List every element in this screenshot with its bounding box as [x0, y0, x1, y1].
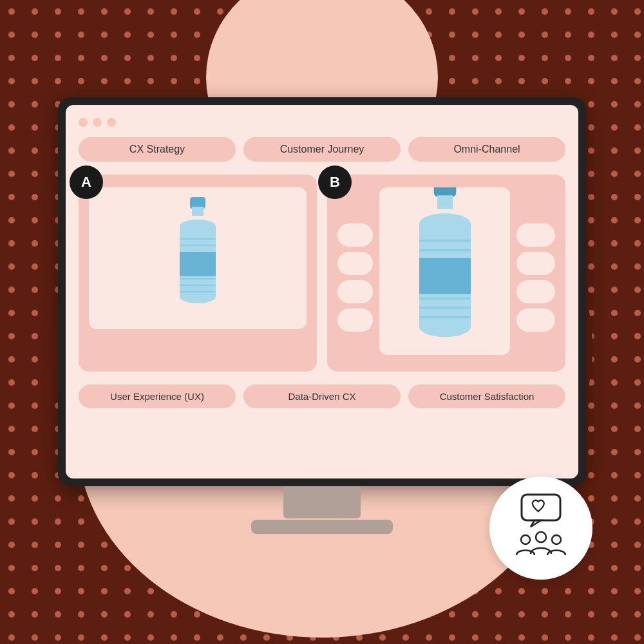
tab-user-experience[interactable]: User Experience (UX)	[79, 384, 236, 408]
tab-customer-journey[interactable]: Customer Journey	[243, 137, 401, 162]
card-b-right-pill-1	[516, 223, 555, 247]
satisfaction-icon	[502, 489, 580, 567]
monitor-stand	[283, 486, 361, 518]
svg-rect-10	[180, 252, 216, 276]
product-card-b: B	[327, 175, 565, 372]
card-b-right-pill-3	[516, 280, 555, 303]
svg-point-29	[521, 535, 530, 544]
product-image-b	[379, 187, 510, 355]
card-a-pill-3	[238, 338, 307, 361]
svg-rect-27	[522, 495, 560, 520]
card-a-pill-1	[89, 338, 158, 361]
monitor-screen: CX Strategy Customer Journey Omni-Channe…	[66, 105, 578, 478]
tab-customer-satisfaction[interactable]: Customer Satisfaction	[408, 384, 565, 408]
monitor: CX Strategy Customer Journey Omni-Channe…	[58, 97, 586, 486]
card-b-side-pill-3	[337, 280, 373, 303]
product-card-a: A	[79, 175, 317, 372]
window-dot-2	[93, 118, 102, 127]
tab-cx-strategy[interactable]: CX Strategy	[79, 137, 236, 162]
product-image-a	[89, 187, 307, 329]
window-dot-3	[107, 118, 116, 127]
svg-point-28	[536, 532, 546, 542]
tab-omni-channel[interactable]: Omni-Channel	[408, 137, 565, 162]
window-dot-1	[79, 118, 88, 127]
card-b-side-pill-1	[337, 223, 373, 247]
bottle-a-icon	[169, 194, 227, 323]
badge-b: B	[318, 166, 352, 199]
top-nav-tabs: CX Strategy Customer Journey Omni-Channe…	[79, 137, 565, 162]
card-b-side-pill-4	[337, 308, 373, 332]
badge-a: A	[70, 166, 103, 199]
window-chrome	[79, 118, 565, 127]
svg-point-20	[419, 317, 471, 337]
bottle-b-icon	[406, 187, 484, 355]
monitor-base	[251, 520, 393, 534]
svg-rect-21	[419, 258, 471, 294]
card-b-side-pill-2	[337, 252, 373, 275]
svg-point-30	[552, 535, 561, 544]
svg-rect-6	[192, 207, 204, 216]
satisfaction-bubble	[489, 477, 592, 580]
bottom-nav-tabs: User Experience (UX) Data-Driven CX Cust…	[79, 384, 565, 408]
tab-data-driven-cx[interactable]: Data-Driven CX	[243, 384, 401, 408]
svg-rect-17	[437, 196, 453, 209]
card-a-pill-2	[163, 338, 232, 361]
card-b-right-pill-4	[516, 308, 555, 332]
card-b-inner	[337, 187, 555, 361]
card-b-right-pill-2	[516, 252, 555, 275]
card-a-pills	[89, 338, 307, 361]
monitor-wrapper: CX Strategy Customer Journey Omni-Channe…	[58, 97, 586, 534]
content-area: A	[79, 175, 565, 372]
